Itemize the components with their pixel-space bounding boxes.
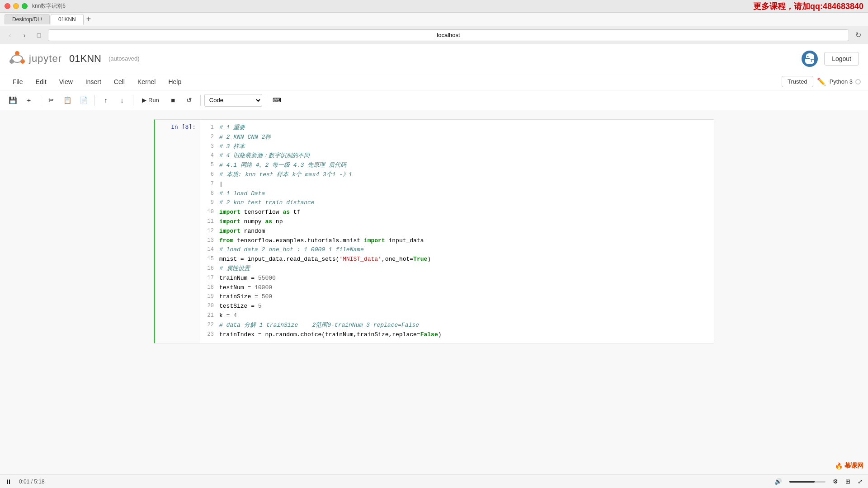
- move-up-button[interactable]: ↑: [99, 93, 113, 108]
- svg-point-6: [811, 60, 812, 61]
- code-line-1: 1 # 1 重要: [206, 123, 708, 133]
- menu-view[interactable]: View: [54, 75, 78, 88]
- jupyter-header: jupyter 01KNN (autosaved) Logout: [0, 44, 868, 73]
- jupyter-logo-icon: [9, 51, 25, 67]
- code-line-21: 21 k = 4: [206, 311, 708, 321]
- svg-point-3: [12, 55, 23, 62]
- header-right: Logout: [801, 50, 859, 68]
- layout-button[interactable]: ⊞: [845, 478, 850, 485]
- menu-insert[interactable]: Insert: [80, 75, 107, 88]
- run-button[interactable]: ▶ Run: [137, 94, 164, 106]
- code-line-20: 20 testSize = 5: [206, 302, 708, 311]
- notebook-container: In [8]: 1 # 1 重要 2 # 2 KNN CNN 2种 3 # 3 …: [154, 119, 714, 343]
- forward-button[interactable]: ›: [19, 30, 30, 41]
- fire-icon: 🔥: [835, 462, 843, 469]
- maximize-button[interactable]: [22, 3, 28, 9]
- address-bar[interactable]: [48, 29, 849, 41]
- code-line-17: 17 trainNum = 55000: [206, 274, 708, 283]
- svg-point-5: [807, 56, 809, 57]
- code-line-19: 19 trainSize = 500: [206, 292, 708, 302]
- toolbar-separator-4: [200, 95, 201, 106]
- edit-icon[interactable]: ✏️: [817, 77, 826, 86]
- code-line-14: 14 # load data 2 one_hot : 1 0000 1 file…: [206, 245, 708, 255]
- time-display: 0:01 / 5:18: [19, 479, 45, 485]
- menu-bar: File Edit View Insert Cell Kernel Help T…: [0, 73, 868, 90]
- code-line-7: 7: [206, 180, 708, 189]
- menu-help[interactable]: Help: [163, 75, 187, 88]
- menu-edit[interactable]: Edit: [30, 75, 52, 88]
- code-line-18: 18 testNum = 10000: [206, 283, 708, 293]
- window-title: knn数字识别6: [32, 2, 66, 10]
- toolbar: 💾 + ✂ 📋 📄 ↑ ↓ ▶ Run ■ ↺ Code Markdown Ra…: [0, 90, 868, 110]
- save-button[interactable]: 💾: [5, 93, 20, 108]
- menu-file[interactable]: File: [7, 75, 28, 88]
- copy-button[interactable]: 📋: [60, 93, 75, 108]
- tab-notebook[interactable]: 01KNN: [51, 14, 84, 25]
- move-down-button[interactable]: ↓: [115, 93, 129, 108]
- fullscreen-button[interactable]: ⤢: [858, 478, 863, 485]
- code-line-10: 10 import tensorflow as tf: [206, 208, 708, 217]
- minimize-button[interactable]: [13, 3, 19, 9]
- logout-button[interactable]: Logout: [824, 52, 859, 66]
- trusted-button[interactable]: Trusted: [782, 76, 813, 87]
- close-button[interactable]: [5, 3, 10, 9]
- code-line-15: 15 mnist = input_data.read_data_sets('MN…: [206, 255, 708, 264]
- watermark-text: 慕课网: [844, 462, 863, 470]
- notebook-title[interactable]: 01KNN: [69, 53, 101, 65]
- run-icon: ▶: [142, 97, 146, 103]
- view-toggle-button[interactable]: □: [33, 30, 44, 41]
- code-line-22: 22 # data 分解 1 trainSize 2范围0-trainNum 3…: [206, 321, 708, 330]
- add-cell-button[interactable]: +: [22, 93, 36, 108]
- volume-button[interactable]: 🔊: [774, 478, 782, 485]
- status-right: 🔊 ⚙ ⊞ ⤢: [774, 478, 863, 485]
- jupyter-logo-text: jupyter: [29, 53, 62, 65]
- back-button[interactable]: ‹: [5, 30, 15, 41]
- code-line-3: 3 # 3 样本: [206, 142, 708, 152]
- code-line-23: 23 trainIndex = np.random.choice(trainNu…: [206, 330, 708, 340]
- toolbar-separator-2: [94, 95, 95, 106]
- code-cell-8[interactable]: In [8]: 1 # 1 重要 2 # 2 KNN CNN 2种 3 # 3 …: [154, 119, 714, 343]
- traffic-lights: [5, 3, 28, 9]
- code-line-9: 9 # 2 knn test train distance: [206, 198, 708, 208]
- title-bar: knn数字识别6 更多课程，请加qq:484683840: [0, 0, 868, 13]
- code-line-16: 16 # 属性设置: [206, 264, 708, 274]
- code-line-8: 8 # 1 load Data: [206, 189, 708, 199]
- promo-text: 更多课程，请加qq:484683840: [753, 1, 863, 12]
- code-line-6: 6 # 本质: knn test 样本 k个 max4 3个1 -》1: [206, 170, 708, 180]
- tab-bar: Desktop/DL/ 01KNN +: [0, 13, 868, 26]
- cell-content[interactable]: 1 # 1 重要 2 # 2 KNN CNN 2种 3 # 3 样本 4 # 4…: [200, 120, 714, 343]
- menu-right: Trusted ✏️ Python 3: [782, 76, 861, 87]
- volume-slider[interactable]: [789, 481, 826, 483]
- toolbar-separator-5: [266, 95, 266, 106]
- code-line-5: 5 # 4.1 网络 4。2 每一级 4.3 先原理 后代码: [206, 161, 708, 170]
- restart-button[interactable]: ↺: [182, 93, 197, 108]
- settings-button[interactable]: ⚙: [833, 478, 838, 485]
- kernel-indicator: Python 3: [830, 78, 861, 85]
- cell-type-select[interactable]: Code Markdown Raw NBConvert: [204, 94, 262, 107]
- refresh-button[interactable]: ↻: [853, 30, 863, 41]
- new-tab-button[interactable]: +: [86, 14, 91, 24]
- keyboard-shortcuts-button[interactable]: ⌨: [270, 93, 284, 108]
- autosaved-label: (autosaved): [108, 55, 140, 62]
- main-content: In [8]: 1 # 1 重要 2 # 2 KNN CNN 2种 3 # 3 …: [0, 110, 868, 474]
- mooc-watermark: 🔥 慕课网: [835, 462, 863, 470]
- jupyter-logo: jupyter: [9, 51, 62, 67]
- toolbar-separator-1: [40, 95, 40, 106]
- menu-kernel[interactable]: Kernel: [132, 75, 161, 88]
- tab-desktop[interactable]: Desktop/DL/: [5, 14, 50, 24]
- code-line-11: 11 import numpy as np: [206, 217, 708, 227]
- code-line-4: 4 # 4 旧瓶装新酒：数字识别的不同: [206, 151, 708, 161]
- code-line-2: 2 # 2 KNN CNN 2种: [206, 133, 708, 142]
- code-line-13: 13 from tensorflow.examples.tutorials.mn…: [206, 236, 708, 246]
- toolbar-separator-3: [133, 95, 133, 106]
- cut-button[interactable]: ✂: [44, 93, 58, 108]
- cell-prompt: In [8]:: [155, 120, 200, 343]
- browser-bar: ‹ › □ ↻: [0, 26, 868, 44]
- play-pause-button[interactable]: ⏸: [5, 478, 12, 485]
- kernel-name: Python 3: [830, 78, 853, 85]
- python-icon: [801, 50, 819, 68]
- kernel-status-circle: [855, 79, 861, 84]
- paste-button[interactable]: 📄: [76, 93, 91, 108]
- interrupt-button[interactable]: ■: [166, 93, 180, 108]
- menu-cell[interactable]: Cell: [108, 75, 130, 88]
